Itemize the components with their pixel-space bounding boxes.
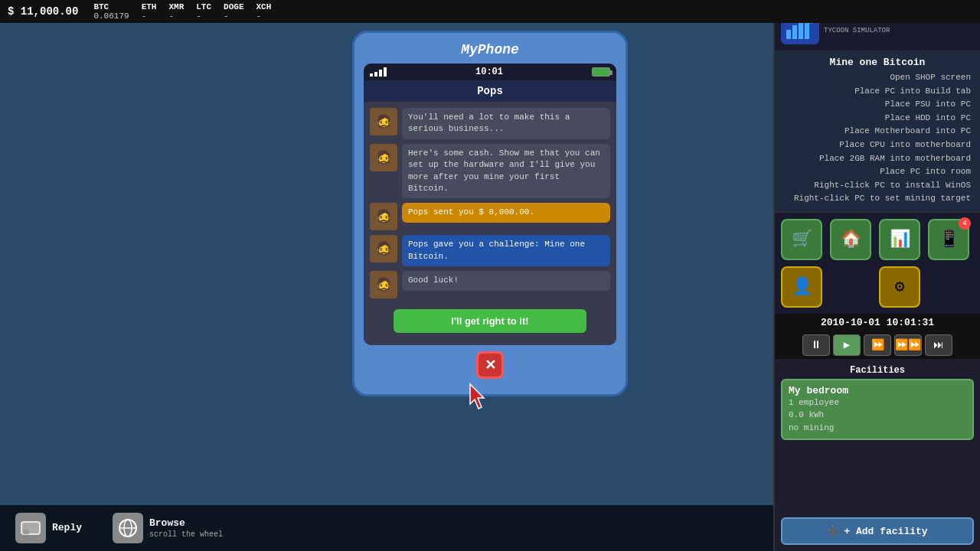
contact-header: Pops — [364, 80, 616, 102]
settings-button[interactable]: ⚙️ — [879, 266, 920, 308]
xmr-ticker: XMR- — [168, 2, 184, 21]
mission-step-4: Place HDD into PC — [784, 112, 971, 126]
fast-forward-button[interactable]: ⏩ — [864, 334, 891, 356]
pause-button[interactable]: ⏸ — [802, 334, 830, 356]
battery-icon — [592, 67, 610, 77]
add-facility-plus-icon: ➕ — [827, 525, 839, 537]
facilities-label: Facilities — [781, 362, 974, 379]
messages-list: 🧔 You'll need a lot to make this a serio… — [364, 102, 616, 345]
btc-ticker: BTC0.06179 — [93, 2, 129, 21]
browse-action-icon — [113, 513, 143, 543]
phone-badge: 4 — [959, 217, 971, 230]
eth-ticker: ETH- — [142, 2, 157, 21]
message-row-2: 🧔 Here's some cash. Show me that you can… — [370, 144, 610, 199]
avatar-pops-5: 🧔 — [370, 271, 397, 298]
mission-step-5: Place Motherboard into PC — [784, 125, 971, 139]
signal-bar-2 — [374, 72, 377, 77]
doge-ticker: DOGE- — [224, 2, 243, 21]
close-phone-button[interactable]: ✕ — [476, 351, 504, 379]
signal-bars — [370, 67, 387, 77]
reply-button[interactable]: I'll get right to it! — [394, 309, 586, 333]
mission-step-1: Open SHOP screen — [784, 71, 971, 85]
mission-step-8: Place PC into room — [784, 165, 971, 179]
phone-screen: 10:01 Pops 🧔 You'll need a lot to make t… — [364, 64, 616, 345]
reply-action-icon — [15, 513, 46, 543]
stats-button[interactable]: 📊 — [879, 219, 920, 260]
facilities-panel: Facilities My bedroom 1 employee 0.0 kWh… — [775, 359, 980, 444]
facility-power: 0.0 kWh — [789, 409, 966, 422]
faster-forward-button[interactable]: ⏩⏩ — [894, 334, 922, 356]
add-facility-label: + Add facility — [844, 526, 927, 537]
reply-action[interactable]: Reply — [15, 513, 82, 543]
message-row-5: 🧔 Good luck! — [370, 271, 610, 298]
facility-name: My bedroom — [789, 385, 966, 396]
browse-action-text: Browse scroll the wheel — [149, 517, 223, 539]
mission-title: Mine one Bitcoin — [784, 57, 971, 68]
play-button[interactable]: ▶ — [833, 334, 861, 356]
fastest-forward-button[interactable]: ⏭ — [925, 334, 952, 356]
shop-button[interactable]: 🛒 — [781, 219, 822, 260]
facility-mining: no mining — [789, 422, 966, 435]
message-bubble-1: You'll need a lot to make this a serious… — [402, 108, 610, 139]
svg-rect-6 — [792, 25, 797, 39]
facility-card-bedroom: My bedroom 1 employee 0.0 kWh no mining — [781, 379, 974, 441]
message-row-1: 🧔 You'll need a lot to make this a serio… — [370, 108, 610, 139]
message-row-4: 🧔 Pops gave you a challenge: Mine one Bi… — [370, 235, 610, 266]
phone-title: MyPhone — [364, 42, 616, 57]
avatar-pops-4: 🧔 — [370, 235, 397, 262]
reply-action-text: Reply — [52, 522, 82, 535]
time-display: 2010-10-01 10:01:31 — [775, 314, 980, 331]
phone-status-bar: 10:01 — [364, 64, 616, 80]
mission-panel: Mine one Bitcoin Open SHOP screen Place … — [775, 51, 980, 213]
add-facility-button[interactable]: ➕ + Add facility — [781, 517, 974, 545]
mission-step-9: Right-click PC to install WinOS — [784, 179, 971, 193]
message-bubble-3: Pops sent you $ 8,000.00. — [402, 203, 610, 222]
profile-button[interactable]: 👤 — [781, 266, 822, 308]
toolbar-icons-row2: 👤 ⚙️ — [775, 266, 980, 314]
top-bar: $ 11,000.00 BTC0.06179 ETH- XMR- LTC- DO… — [0, 0, 980, 23]
crypto-ticker: BTC0.06179 ETH- XMR- LTC- DOGE- XCH- — [93, 2, 271, 21]
phone-time: 10:01 — [475, 67, 503, 77]
mission-step-2: Place PC into Build tab — [784, 85, 971, 99]
mission-step-7: Place 2GB RAM into motherboard — [784, 152, 971, 166]
signal-bar-3 — [379, 70, 382, 77]
message-bubble-5: Good luck! — [402, 271, 610, 290]
ltc-ticker: LTC- — [196, 2, 211, 21]
avatar-pops-3: 🧔 — [370, 203, 397, 230]
svg-rect-1 — [23, 530, 29, 534]
message-bubble-4: Pops gave you a challenge: Mine one Bitc… — [402, 235, 610, 266]
message-bubble-2: Here's some cash. Show me that you can s… — [402, 144, 610, 199]
browse-action[interactable]: Browse scroll the wheel — [113, 513, 223, 543]
mission-step-3: Place PSU into PC — [784, 98, 971, 112]
money-display: $ 11,000.00 — [8, 5, 78, 18]
avatar-pops-2: 🧔 — [370, 144, 397, 171]
speed-controls: ⏸ ▶ ⏩ ⏩⏩ ⏭ — [775, 331, 980, 359]
mission-step-6: Place CPU into motherboard — [784, 139, 971, 152]
right-panel: B CRYPTO MINER TYCOON SIMULATOR Mine one… — [773, 0, 980, 551]
xch-ticker: XCH- — [256, 2, 271, 21]
facilities-button[interactable]: 🏠 — [830, 219, 871, 260]
phone-button[interactable]: 📱 4 — [928, 219, 969, 260]
svg-rect-5 — [786, 30, 791, 39]
toolbar-icons: 🛒 🏠 📊 📱 4 — [775, 213, 980, 266]
signal-bar-4 — [384, 67, 387, 77]
facility-employees: 1 employee — [789, 396, 966, 409]
mission-step-10: Right-click PC to set mining target — [784, 192, 971, 206]
signal-bar-1 — [370, 73, 373, 77]
svg-rect-7 — [799, 21, 803, 39]
avatar-pops-1: 🧔 — [370, 108, 397, 135]
phone-modal: MyPhone 10:01 Pops 🧔 You'll need a — [352, 31, 628, 396]
message-row-3: 🧔 Pops sent you $ 8,000.00. — [370, 203, 610, 230]
bottom-bar: Reply Browse scroll the wheel — [0, 505, 773, 551]
